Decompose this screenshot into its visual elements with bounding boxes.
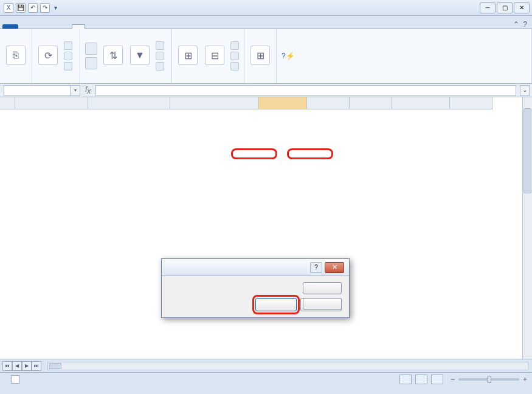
vertical-scrollbar[interactable] — [522, 97, 532, 359]
tab-layout[interactable] — [45, 24, 58, 29]
tab-formulas[interactable] — [58, 24, 72, 29]
zoom-in-button[interactable]: + — [523, 375, 527, 384]
sort-icon: ⇅ — [103, 46, 123, 65]
col-header[interactable] — [88, 97, 170, 109]
ok-button[interactable] — [255, 298, 297, 311]
page-break-button[interactable] — [431, 375, 443, 384]
worksheet-grid — [0, 97, 532, 359]
col-header[interactable] — [170, 97, 258, 109]
pause-button — [303, 298, 342, 310]
connections-button[interactable] — [63, 41, 76, 50]
sheet-nav-last[interactable]: ⏭ — [32, 361, 41, 371]
tab-addins[interactable] — [125, 24, 139, 29]
step-button — [303, 282, 342, 294]
tab-insert[interactable] — [32, 24, 45, 29]
restore-button[interactable]: ▢ — [497, 2, 513, 13]
filter-button[interactable]: ▼ — [128, 44, 152, 67]
dialog-help-button[interactable]: ? — [310, 262, 322, 273]
sheet-tab-bar: ⏮ ◀ ▶ ⏭ — [0, 359, 532, 372]
sort-asc-button[interactable] — [84, 42, 98, 55]
name-box-dropdown[interactable]: ▾ — [71, 85, 80, 96]
tab-developer[interactable] — [112, 24, 125, 29]
tab-foxit[interactable] — [139, 24, 152, 29]
sort-button[interactable]: ⇅ — [101, 44, 125, 67]
excel-icon[interactable]: X — [4, 3, 13, 13]
reapply-button[interactable] — [154, 51, 168, 61]
tab-file[interactable] — [2, 24, 18, 29]
formula-input[interactable] — [95, 85, 516, 96]
page-layout-button[interactable] — [415, 375, 427, 384]
minimize-button[interactable]: ─ — [480, 2, 496, 13]
tab-view[interactable] — [98, 24, 112, 29]
ribbon-minimize-icon[interactable]: ⌃ — [513, 20, 519, 29]
qat-more-icon[interactable]: ▾ — [52, 3, 58, 13]
properties-button[interactable] — [63, 51, 76, 61]
col-header[interactable] — [392, 97, 450, 109]
zoom-out-button[interactable]: − — [451, 375, 455, 384]
consolidate-button[interactable] — [229, 51, 240, 61]
clear-filter-button[interactable] — [154, 41, 168, 50]
col-header[interactable] — [307, 97, 350, 109]
sheet-nav-first[interactable]: ⏮ — [2, 361, 12, 371]
whatif-button[interactable] — [229, 61, 240, 71]
edit-links-button[interactable] — [63, 61, 76, 71]
refresh-all-button[interactable]: ⟳ — [36, 44, 60, 67]
formula-expand-icon[interactable]: ⌄ — [520, 85, 530, 96]
sort-desc-button[interactable] — [84, 57, 98, 70]
external-data-button[interactable]: ⎘ — [4, 44, 28, 67]
goal-seek-result-dialog: ? ✕ — [161, 258, 350, 318]
remove-duplicates-button[interactable]: ⊟ — [202, 44, 227, 67]
filter-icon: ▼ — [130, 46, 150, 65]
outline-button[interactable]: ⊞ — [248, 44, 272, 67]
advanced-button[interactable] — [154, 61, 168, 71]
status-bar: − + — [0, 372, 532, 385]
redo-icon[interactable]: ↷ — [40, 3, 50, 13]
select-all-corner[interactable] — [0, 97, 15, 109]
sheet-nav-prev[interactable]: ◀ — [12, 361, 22, 371]
tab-home[interactable] — [18, 24, 32, 29]
highlight-ring — [231, 148, 277, 159]
col-header[interactable] — [15, 97, 88, 109]
macro-record-icon[interactable] — [11, 375, 19, 384]
tab-abbyy[interactable] — [152, 24, 165, 29]
ribbon: ⎘ ⟳ ⇅ — [0, 29, 532, 84]
col-header[interactable] — [258, 97, 307, 109]
duplicates-icon: ⊟ — [205, 46, 224, 65]
validation-button[interactable] — [229, 41, 240, 50]
undo-icon[interactable]: ↶ — [28, 3, 38, 13]
dialog-close-button[interactable]: ✕ — [325, 262, 344, 273]
refresh-icon: ⟳ — [38, 46, 58, 65]
text-columns-icon: ⊞ — [178, 46, 198, 65]
highlight-ring — [287, 148, 333, 159]
sheet-nav-next[interactable]: ▶ — [22, 361, 32, 371]
save-icon[interactable]: 💾 — [16, 3, 26, 13]
help-icon[interactable]: ? — [523, 20, 527, 29]
tab-data[interactable] — [72, 24, 85, 29]
external-data-icon: ⎘ — [6, 46, 26, 65]
outline-icon: ⊞ — [250, 46, 270, 65]
formula-bar: ▾ fx ⌄ — [0, 84, 532, 97]
name-box[interactable] — [4, 85, 71, 96]
normal-view-button[interactable] — [399, 375, 412, 384]
horizontal-scrollbar[interactable] — [47, 362, 528, 370]
close-button[interactable]: ✕ — [514, 2, 530, 13]
col-header[interactable] — [350, 97, 392, 109]
text-to-columns-button[interactable]: ⊞ — [176, 44, 200, 67]
tab-review[interactable] — [85, 24, 98, 29]
fx-icon[interactable]: fx — [85, 85, 91, 95]
col-header[interactable] — [450, 97, 492, 109]
titlebar: X 💾 ↶ ↷ ▾ ─ ▢ ✕ — [0, 0, 532, 16]
ribbon-tabs: ⌃ ? — [0, 16, 532, 29]
zoom-slider[interactable] — [458, 378, 519, 381]
solver-button[interactable]: ?⚡ — [280, 51, 299, 61]
